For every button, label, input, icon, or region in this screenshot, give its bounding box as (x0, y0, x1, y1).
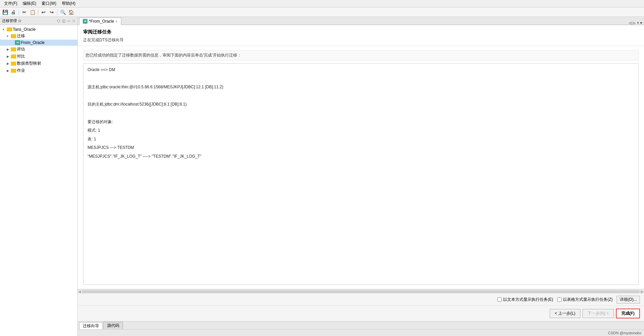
panel-icon-minimize[interactable]: — (67, 19, 71, 23)
bottom-options: 以文本方式显示执行任务(E) 以表格方式显示执行任务(Z) 详细(D)... (78, 294, 644, 306)
left-panel: 迁移管理 ☆ ⬡ ◫ — □ ▾ Tans_Oracle ▾ 迁移 (0, 17, 78, 336)
content-line5: 模式: 1 (88, 127, 634, 134)
content-line6: 表: 1 (88, 136, 634, 143)
toolbar-copy[interactable]: 📋 (29, 8, 36, 16)
left-panel-title: 迁移管理 ☆ (2, 18, 56, 23)
tree-item-tans-oracle[interactable]: ▾ Tans_Oracle (0, 26, 77, 32)
content-line2: 源主机:jdbc:oracle:thin:@//10.5.86.6:1568/M… (88, 84, 634, 91)
checkbox-table-mode-input[interactable] (557, 297, 562, 302)
tree-item-from-oracle[interactable]: ▶ ⇄ From_Oracle (0, 40, 77, 46)
checkbox-text-mode[interactable]: 以文本方式显示执行任务(E) (497, 297, 553, 303)
tree-label-eval: 评估 (17, 46, 25, 52)
checkbox-text-mode-input[interactable] (497, 297, 502, 302)
toolbar-redo[interactable]: ↪ (48, 8, 55, 16)
tree-item-job[interactable]: ▶ 作业 (0, 67, 77, 74)
panel-icon-max[interactable]: □ (72, 19, 75, 23)
tree-arrow-typemap: ▶ (7, 62, 10, 65)
tree-item-migrate[interactable]: ▾ 迁移 (0, 32, 77, 40)
folder-icon-migrate (11, 34, 16, 38)
tree-item-compare[interactable]: ▶ 对比 (0, 53, 77, 60)
toolbar-undo[interactable]: ↩ (40, 8, 47, 16)
tree-arrow-compare: ▶ (7, 55, 10, 58)
tree-label-compare: 对比 (17, 53, 25, 59)
next-button[interactable]: 下一步(N) > (583, 309, 614, 318)
finish-button[interactable]: 完成(F) (616, 309, 640, 318)
tab-bar-right: ◁ ▷ × ▾ (627, 21, 644, 25)
tree-item-eval[interactable]: ▶ 评估 (0, 46, 77, 53)
horizontal-scrollbar[interactable]: ◁ ▷ (78, 289, 644, 294)
tab-bar: ⇄ *From_Oracle × ◁ ▷ × ▾ (78, 17, 644, 25)
left-panel-header: 迁移管理 ☆ ⬡ ◫ — □ (0, 17, 77, 25)
content-line7: MESJPJCS ---> TESTDM (88, 144, 634, 152)
checkbox-table-mode-label: 以表格方式显示执行任务(Z) (563, 297, 613, 303)
menu-file[interactable]: 文件(F) (1, 0, 20, 7)
wizard-title: 审阅迁移任务 (83, 29, 639, 35)
tree-label-job: 作业 (17, 68, 25, 73)
content-line-blank3 (88, 110, 634, 117)
checkbox-table-mode[interactable]: 以表格方式显示执行任务(Z) (557, 297, 613, 303)
prev-button[interactable]: < 上一步(L) (550, 309, 580, 318)
scroll-left-arrow[interactable]: ◁ (78, 290, 81, 293)
wizard-desc: 您已经成功的指定了迁移数据所需的信息，审阅下面的内容后单击'完成'开始执行迁移： (83, 50, 639, 61)
tree-label-tans-oracle: Tans_Oracle (13, 27, 35, 32)
scroll-right-arrow[interactable]: ▷ (641, 290, 643, 293)
tree-arrow-job: ▶ (7, 69, 10, 72)
toolbar-sep3 (57, 9, 57, 15)
status-bar: CSDN @mystonebx (78, 329, 644, 336)
content-line3: 目的主机:jdbc:dm://localhost:5236([JDBC]:8.1… (88, 101, 634, 108)
tree: ▾ Tans_Oracle ▾ 迁移 ▶ ⇄ From_Oracle ▶ 评估 (0, 25, 77, 336)
tab-scroll-left[interactable]: ◁ (629, 21, 631, 25)
tree-arrow-eval: ▶ (7, 48, 10, 51)
tab-icon: ⇄ (83, 19, 88, 24)
panel-icon-2[interactable]: ◫ (61, 19, 66, 23)
detail-button[interactable]: 详细(D)... (617, 296, 640, 304)
tree-arrow-tans-oracle: ▾ (3, 28, 6, 31)
wizard-subtitle: 正在完成DTS迁移向导 (83, 37, 639, 43)
tree-label-migrate: 迁移 (17, 33, 25, 39)
toolbar-search[interactable]: 🔍 (59, 8, 67, 16)
tab-scroll-right[interactable]: ▷ (633, 21, 636, 25)
checkbox-text-mode-label: 以文本方式显示执行任务(E) (503, 297, 553, 303)
db-icon-from-oracle: ⇄ (15, 40, 20, 45)
bottom-tab-source[interactable]: 源代码 (103, 322, 123, 329)
tab-menu[interactable]: ▾ (640, 21, 642, 25)
menu-help[interactable]: 帮助(H) (59, 0, 78, 7)
content-line-blank2 (88, 92, 634, 100)
wizard-text-content: Oracle ==> DM 源主机:jdbc:oracle:thin:@//10… (83, 64, 638, 285)
toolbar-sep1 (19, 9, 19, 15)
folder-icon-typemap (11, 62, 16, 66)
toolbar-print[interactable]: 🖨 (9, 8, 17, 16)
tree-label-from-oracle: From_Oracle (21, 40, 45, 45)
bottom-tabs: 迁移向导 源代码 (78, 321, 644, 329)
scrollbar-track[interactable] (82, 290, 640, 293)
tab-label: *From_Oracle (89, 19, 114, 24)
bottom-nav: < 上一步(L) 下一步(N) > 完成(F) (78, 306, 644, 321)
status-text: CSDN @mystonebx (608, 331, 641, 335)
menubar: 文件(F) 编辑(E) 窗口(W) 帮助(H) (0, 0, 644, 7)
content-line8: "MESJPJCS"."IF_JK_LOG_T" ----> "TESTDM".… (88, 153, 634, 160)
folder-icon-tans-oracle (7, 27, 12, 31)
tree-item-typemap[interactable]: ▶ 数据类型映射 (0, 60, 77, 67)
tab-close-btn[interactable]: × (116, 20, 118, 23)
toolbar-cut[interactable]: ✂ (21, 8, 28, 16)
tree-arrow-migrate: ▾ (7, 35, 10, 38)
wizard-content: 审阅迁移任务 正在完成DTS迁移向导 您已经成功的指定了迁移数据所需的信息，审阅… (78, 25, 644, 289)
panel-icon-1[interactable]: ⬡ (56, 19, 61, 23)
wizard-text-area[interactable]: Oracle ==> DM 源主机:jdbc:oracle:thin:@//10… (83, 63, 639, 285)
menu-edit[interactable]: 编辑(E) (20, 0, 39, 7)
left-panel-header-icons: ⬡ ◫ — □ (56, 19, 75, 23)
content-line-blank1 (88, 75, 634, 83)
folder-icon-compare (11, 54, 16, 59)
toolbar: 💾 🖨 ✂ 📋 ↩ ↪ 🔍 🏠 (0, 7, 644, 17)
menu-window[interactable]: 窗口(W) (39, 0, 59, 7)
content-area: 审阅迁移任务 正在完成DTS迁移向导 您已经成功的指定了迁移数据所需的信息，审阅… (78, 25, 644, 294)
main-layout: 迁移管理 ☆ ⬡ ◫ — □ ▾ Tans_Oracle ▾ 迁移 (0, 17, 644, 336)
content-line4: 要迁移的对象: (88, 118, 634, 126)
toolbar-save[interactable]: 💾 (1, 8, 9, 16)
tab-from-oracle[interactable]: ⇄ *From_Oracle × (79, 18, 121, 25)
bottom-tab-wizard[interactable]: 迁移向导 (79, 322, 103, 330)
content-line1: Oracle ==> DM (88, 66, 634, 74)
toolbar-home[interactable]: 🏠 (67, 8, 75, 16)
tab-close-all[interactable]: × (637, 21, 639, 25)
right-panel: ⇄ *From_Oracle × ◁ ▷ × ▾ 审阅迁移任务 正在完成DTS迁… (78, 17, 644, 336)
